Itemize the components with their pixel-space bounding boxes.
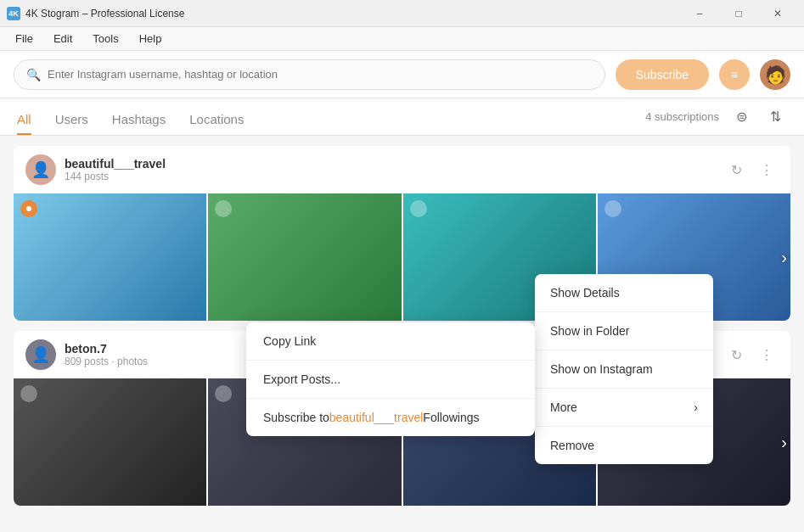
toolbar: 🔍 Subscribe ≡ 🧑	[0, 51, 804, 98]
tab-all[interactable]: All	[17, 104, 31, 135]
tab-locations[interactable]: Locations	[189, 104, 244, 135]
menu-help[interactable]: Help	[131, 29, 171, 48]
ctx-copy-link[interactable]: Copy Link	[246, 322, 535, 360]
tab-hashtags[interactable]: Hashtags	[112, 104, 166, 135]
ctx-remove-label: Remove	[550, 439, 594, 452]
ctx-show-instagram-label: Show on Instagram	[550, 362, 653, 376]
ctx-more-arrow: ›	[694, 400, 698, 414]
menu-bar: File Edit Tools Help	[0, 27, 804, 51]
main-content: 👤 beautiful___travel 144 posts ↻ ⋮	[0, 136, 804, 532]
search-box[interactable]: 🔍	[14, 59, 605, 90]
ctx-subscribe-name: beautiful___travel	[329, 411, 424, 424]
minimize-button[interactable]: –	[680, 0, 719, 27]
avatar[interactable]: 🧑	[760, 59, 790, 90]
ctx-show-details[interactable]: Show Details	[535, 274, 713, 311]
menu-edit[interactable]: Edit	[45, 29, 81, 48]
avatar-image: 🧑	[765, 64, 786, 85]
ctx-show-folder[interactable]: Show in Folder	[535, 311, 713, 350]
ctx-more-label: More	[550, 400, 577, 414]
ctx-remove[interactable]: Remove	[535, 426, 713, 464]
filter-icon: ≡	[731, 68, 738, 81]
search-input[interactable]	[48, 68, 593, 81]
tab-users[interactable]: Users	[55, 104, 88, 135]
window-controls: – □ ✕	[680, 0, 797, 27]
ctx-subscribe-prefix: Subscribe to	[263, 411, 329, 424]
close-button[interactable]: ✕	[758, 0, 797, 27]
app-icon: 4K	[7, 7, 20, 20]
search-icon: 🔍	[26, 68, 41, 81]
subscribe-button[interactable]: Subscribe	[616, 59, 709, 90]
context-menu-left: Copy Link Export Posts... Subscribe to b…	[246, 322, 535, 436]
search-filter-icon[interactable]: ⊜	[729, 104, 753, 128]
ctx-show-folder-label: Show in Folder	[550, 324, 629, 338]
ctx-copy-link-label: Copy Link	[263, 334, 316, 348]
ctx-export-posts-label: Export Posts...	[263, 372, 340, 386]
menu-file[interactable]: File	[7, 29, 42, 48]
ctx-export-posts[interactable]: Export Posts...	[246, 360, 535, 398]
ctx-subscribe-followings[interactable]: Subscribe to beautiful___travel Followin…	[246, 398, 535, 436]
context-overlay: Show Details Show in Folder Show on Inst…	[0, 136, 804, 532]
subscriptions-count: 4 subscriptions	[645, 110, 719, 123]
ctx-show-instagram[interactable]: Show on Instagram	[535, 350, 713, 388]
ctx-show-details-label: Show Details	[550, 286, 620, 300]
title-bar-left: 4K 4K Stogram – Professional License	[7, 7, 184, 20]
title-bar: 4K 4K Stogram – Professional License – □…	[0, 0, 804, 27]
app-title: 4K Stogram – Professional License	[25, 8, 184, 20]
ctx-more[interactable]: More ›	[535, 388, 713, 426]
filter-button[interactable]: ≡	[719, 59, 750, 90]
menu-tools[interactable]: Tools	[84, 29, 127, 48]
ctx-subscribe-suffix: Followings	[423, 411, 479, 424]
context-menu-right: Show Details Show in Folder Show on Inst…	[535, 274, 713, 464]
nav-tabs: All Users Hashtags Locations 4 subscript…	[0, 98, 804, 136]
nav-right: 4 subscriptions ⊜ ⇅	[645, 104, 787, 135]
sort-icon[interactable]: ⇅	[763, 104, 787, 128]
maximize-button[interactable]: □	[719, 0, 758, 27]
